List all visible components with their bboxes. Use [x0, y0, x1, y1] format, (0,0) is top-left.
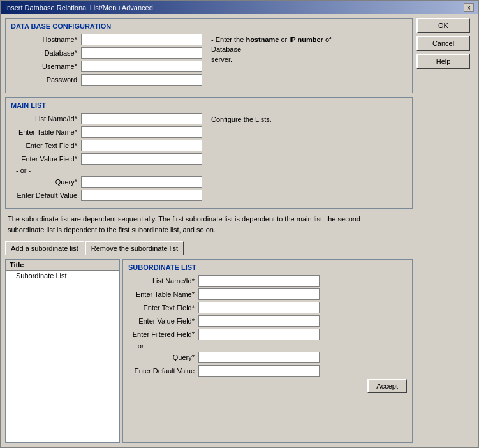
value-field-input[interactable]	[81, 153, 202, 165]
db-config-section: DATA BASE CONFIGURATION Hostname* Databa…	[5, 18, 413, 93]
database-label: Database*	[11, 49, 81, 57]
title-bar: Insert Database Relational List/Menu Adv…	[1, 1, 478, 14]
query-row: Query*	[11, 176, 202, 188]
default-value-label: Enter Default Value	[11, 191, 81, 199]
hint-hostname: hostname	[246, 36, 279, 43]
sub-query-label: Query*	[128, 354, 198, 361]
text-field-row: Enter Text Field*	[11, 140, 202, 151]
sub-filtered-field-label: Enter Filtered Field*	[128, 331, 198, 338]
hostname-label: Hostname*	[11, 36, 81, 43]
main-list-fields: MAIN LIST List Name/Id* Enter Table Name…	[11, 101, 202, 203]
accept-row: Accept	[128, 379, 407, 393]
sub-text-field-input[interactable]	[198, 302, 320, 313]
database-input[interactable]	[81, 47, 202, 59]
username-row: Username*	[11, 61, 202, 72]
hint-or: or	[279, 36, 289, 43]
tree-panel: Title Subordinate List	[5, 259, 120, 443]
accept-button[interactable]: Accept	[367, 379, 407, 393]
value-field-row: Enter Value Field*	[11, 153, 202, 165]
db-fields: Hostname* Database* Username* Passw	[11, 34, 202, 87]
table-name-row: Enter Table Name*	[11, 126, 202, 138]
hostname-row: Hostname*	[11, 34, 202, 45]
sub-table-name-label: Enter Table Name*	[128, 290, 198, 298]
password-input[interactable]	[81, 74, 202, 86]
sub-list-name-input[interactable]	[198, 275, 320, 287]
username-input[interactable]	[81, 61, 202, 72]
db-config-title: DATA BASE CONFIGURATION	[11, 22, 407, 30]
database-row: Database*	[11, 47, 202, 59]
default-value-input[interactable]	[81, 190, 202, 201]
sub-text-field-row: Enter Text Field*	[128, 302, 407, 313]
help-button[interactable]: Help	[416, 54, 470, 69]
sub-list-name-row: List Name/Id*	[128, 275, 407, 287]
sub-default-value-input[interactable]	[198, 365, 320, 377]
list-name-row: List Name/Id*	[11, 113, 202, 124]
query-input[interactable]	[81, 176, 202, 188]
tree-header: Title	[6, 260, 119, 271]
subordinate-info-line1: The subordinate list are dependent seque…	[8, 214, 410, 225]
sub-filtered-field-row: Enter Filtered Field*	[128, 329, 407, 340]
left-panel: DATA BASE CONFIGURATION Hostname* Databa…	[5, 18, 413, 443]
cancel-button[interactable]: Cancel	[416, 36, 470, 51]
hostname-input[interactable]	[81, 34, 202, 45]
main-list-section: MAIN LIST List Name/Id* Enter Table Name…	[5, 97, 413, 209]
table-name-label: Enter Table Name*	[11, 128, 81, 136]
sub-list-title: SUBORDINATE LIST	[128, 264, 407, 271]
tree-item-subordinate[interactable]: Subordinate List	[6, 271, 119, 281]
value-field-label: Enter Value Field*	[11, 155, 81, 163]
ok-button[interactable]: OK	[416, 18, 470, 33]
password-row: Password	[11, 74, 202, 86]
hint-ip: IP number	[289, 36, 323, 43]
remove-subordinate-button[interactable]: Remove the subordinate list	[85, 241, 184, 255]
sub-query-input[interactable]	[198, 352, 320, 363]
subordinate-list-section: SUBORDINATE LIST List Name/Id* Enter Tab…	[122, 259, 413, 443]
sub-or-text: - or -	[133, 342, 407, 350]
subordinate-buttons: Add a subordinate list Remove the subord…	[5, 241, 413, 255]
sub-text-field-label: Enter Text Field*	[128, 304, 198, 311]
password-label: Password	[11, 76, 81, 84]
default-value-row: Enter Default Value	[11, 190, 202, 201]
main-list-hint: Configure the Lists.	[211, 116, 272, 203]
db-hint: - Enter the hostname or IP number of Dat…	[211, 35, 339, 87]
username-label: Username*	[11, 63, 81, 70]
sub-list-name-label: List Name/Id*	[128, 277, 198, 285]
list-name-label: List Name/Id*	[11, 115, 81, 123]
main-list-title: MAIN LIST	[11, 101, 202, 109]
sub-default-value-label: Enter Default Value	[128, 367, 198, 375]
bottom-area: Title Subordinate List SUBORDINATE LIST …	[5, 259, 413, 443]
sub-table-name-input[interactable]	[198, 288, 320, 300]
sub-filtered-field-input[interactable]	[198, 329, 320, 340]
main-or-text: - or -	[16, 167, 202, 174]
table-name-input[interactable]	[81, 126, 202, 138]
hint-line3: server.	[211, 56, 232, 63]
sub-table-name-row: Enter Table Name*	[128, 288, 407, 300]
sub-value-field-input[interactable]	[198, 315, 320, 327]
close-button[interactable]: ×	[464, 3, 474, 12]
main-window: Insert Database Relational List/Menu Adv…	[0, 0, 479, 448]
main-content: DATA BASE CONFIGURATION Hostname* Databa…	[1, 14, 478, 447]
sub-value-field-row: Enter Value Field*	[128, 315, 407, 327]
text-field-label: Enter Text Field*	[11, 142, 81, 149]
list-name-input[interactable]	[81, 113, 202, 124]
right-panel: OK Cancel Help	[416, 18, 474, 443]
sub-default-value-row: Enter Default Value	[128, 365, 407, 377]
sub-value-field-label: Enter Value Field*	[128, 317, 198, 325]
hint-prefix: - Enter the	[211, 36, 246, 43]
window-title: Insert Database Relational List/Menu Adv…	[5, 4, 153, 11]
sub-query-row: Query*	[128, 352, 407, 363]
subordinate-info-line2: subordinate list is dependent to the fir…	[8, 225, 410, 235]
query-label: Query*	[11, 178, 81, 186]
add-subordinate-button[interactable]: Add a subordinate list	[5, 241, 84, 255]
text-field-input[interactable]	[81, 140, 202, 151]
subordinate-info: The subordinate list are dependent seque…	[5, 213, 413, 236]
